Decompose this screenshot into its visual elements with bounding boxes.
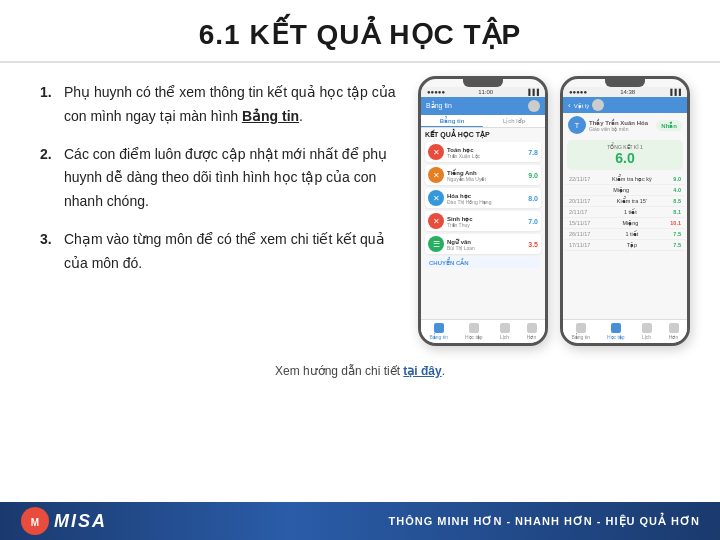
score-row-1[interactable]: ✕ Toán học Trần Xuân Lộc 7.8 — [425, 142, 541, 162]
nav-item-2-hon[interactable]: Hơn — [669, 323, 679, 340]
nav-item-2-hoctap[interactable]: Học tập — [607, 323, 625, 340]
time-display-2: 14:38 — [620, 89, 635, 95]
footer-link-text: tại đây — [403, 364, 441, 378]
nav-item-2-bantin[interactable]: Bảng tin — [571, 323, 590, 340]
type-2: Miệng — [613, 187, 629, 193]
subject-name-5: Ngữ văn — [447, 238, 525, 245]
detail-row-3: 20/11/17 Kiểm tra 15' 8.5 — [565, 196, 685, 207]
subject-name-4: Sinh học — [447, 215, 525, 222]
score-info-1: Toán học Trần Xuân Lộc — [447, 146, 525, 159]
nav-icon-bantin — [434, 323, 444, 333]
teacher-name-5: Bùi Thị Loan — [447, 245, 525, 251]
nav-label-2-4: Hơn — [669, 334, 678, 340]
detail-row-7: 17/11/17 Tập 7.5 — [565, 240, 685, 251]
nav-label-hon: Hơn — [527, 334, 536, 340]
nav-label-2-3: Lịch — [642, 334, 651, 340]
phone-header-2: ‹ Vật lý — [563, 97, 687, 113]
date-5: 15/11/17 — [569, 220, 590, 226]
text-content: Phụ huynh có thể xem thông tin kết quả h… — [40, 81, 398, 346]
score-6: 7.5 — [673, 231, 681, 237]
content-list: Phụ huynh có thể xem thông tin kết quả h… — [40, 81, 398, 276]
detail-row-4: 2/11/17 1 tiết 8.1 — [565, 207, 685, 218]
summary-section: TỔNG KẾT KÌ 1 6.0 — [567, 140, 683, 170]
score-val-4: 7.0 — [528, 218, 538, 225]
teacher-name-2: Nguyễn Mia Uyết — [447, 176, 525, 182]
nav-icon-2-1 — [576, 323, 586, 333]
page-title: 6.1 KẾT QUẢ HỌC TẬP — [0, 18, 720, 51]
svg-text:M: M — [31, 517, 39, 528]
subject-icon-5: ☰ — [428, 236, 444, 252]
date-4: 2/11/17 — [569, 209, 587, 215]
score-row-2[interactable]: ✕ Tiếng Anh Nguyễn Mia Uyết 9.0 — [425, 165, 541, 185]
misa-logo-icon: M — [20, 506, 50, 536]
type-4: 1 tiết — [624, 209, 637, 215]
footer-link[interactable]: tại đây — [403, 364, 441, 378]
score-4: 8.1 — [673, 209, 681, 215]
footer-suffix: . — [442, 364, 445, 378]
type-7: Tập — [627, 242, 637, 248]
nav-item-hoctap[interactable]: Học tập — [465, 323, 483, 340]
date-7: 17/11/17 — [569, 242, 590, 248]
subject-name-2: Tiếng Anh — [447, 169, 525, 176]
teacher-subject-label: Giáo viên bộ môn — [589, 126, 648, 132]
avatar-2 — [592, 99, 604, 111]
list-item-2: Các con điểm luôn được cập nhật mới nhất… — [40, 143, 398, 214]
score-row-3[interactable]: ✕ Hóa học Đào Thị Hồng Hạng 8.0 — [425, 188, 541, 208]
phone-tabs[interactable]: Bảng tin Lịch lớp — [421, 115, 545, 128]
footer-note: Xem hướng dẫn chi tiết tại đây. — [0, 364, 720, 378]
teacher-info-bar: T Thầy Trần Xuân Hóa Giáo viên bộ môn Nh… — [563, 113, 687, 136]
teacher-name-1: Trần Xuân Lộc — [447, 153, 525, 159]
type-3: Kiểm tra 15' — [617, 198, 647, 204]
date-1: 22/11/17 — [569, 176, 590, 182]
phone-status-1: ●●●●● 11:00 ▐▐▐ — [421, 87, 545, 97]
score-val-1: 7.8 — [528, 149, 538, 156]
nav-label-hoctap: Học tập — [465, 334, 483, 340]
phone-notch-2 — [605, 79, 645, 87]
score-val-2: 9.0 — [528, 172, 538, 179]
phone-status-2: ●●●●● 14:38 ▐▐▐ — [563, 87, 687, 97]
tab-bantin[interactable]: Bảng tin — [421, 115, 483, 127]
nav-icon-2-3 — [642, 323, 652, 333]
banner-tagline: THÔNG MINH HƠN - NHANH HƠN - HIỆU QUẢ HƠ… — [389, 515, 700, 528]
teacher-fullname: Thầy Trần Xuân Hóa — [589, 119, 648, 126]
score-val-3: 8.0 — [528, 195, 538, 202]
score-val-5: 3.5 — [528, 241, 538, 248]
signal-bars-2: ●●●●● — [569, 89, 587, 95]
score-row-4[interactable]: ✕ Sinh học Trần Thuy 7.0 — [425, 211, 541, 231]
nav-icon-hoctap — [469, 323, 479, 333]
back-button[interactable]: ‹ — [568, 101, 571, 110]
phone-1: ●●●●● 11:00 ▐▐▐ Bảng tin Bảng tin Lịch l… — [418, 76, 548, 346]
page-header: 6.1 KẾT QUẢ HỌC TẬP — [0, 0, 720, 63]
subject-name-3: Hóa học — [447, 192, 525, 199]
score-info-5: Ngữ văn Bùi Thị Loan — [447, 238, 525, 251]
type-6: 1 tiết — [625, 231, 638, 237]
send-message-btn[interactable]: Nhắn — [656, 120, 682, 131]
battery: ▐▐▐ — [526, 89, 539, 95]
teacher-avatar: T — [568, 116, 586, 134]
tab-lichlop[interactable]: Lịch lớp — [483, 115, 545, 127]
phone-header-1: Bảng tin — [421, 97, 545, 115]
misa-logo-text: MISA — [54, 511, 107, 532]
nav-item-bantin[interactable]: Bảng tin — [429, 323, 448, 340]
bottom-title: CHUYỂN CẦN — [429, 259, 537, 266]
nav-item-hon[interactable]: Hơn — [527, 323, 537, 340]
phone-notch-1 — [463, 79, 503, 87]
nav-label-bantin: Bảng tin — [429, 334, 448, 340]
nav-icon-2-4 — [669, 323, 679, 333]
phone-nav-1[interactable]: Bảng tin Học tập Lịch Hơn — [421, 319, 545, 343]
score-5: 10.1 — [670, 220, 681, 226]
score-1: 9.0 — [673, 176, 681, 182]
phone-nav-2[interactable]: Bảng tin Học tập Lịch Hơn — [563, 319, 687, 343]
subject-icon-4: ✕ — [428, 213, 444, 229]
nav-icon-lich — [500, 323, 510, 333]
score-2: 4.0 — [673, 187, 681, 193]
date-6: 26/11/17 — [569, 231, 590, 237]
subject-name-1: Toán học — [447, 146, 525, 153]
list-item-3: Chạm vào từng môn để có thể xem chi tiết… — [40, 228, 398, 276]
time-display: 11:00 — [478, 89, 493, 95]
bottom-banner: M MISA THÔNG MINH HƠN - NHANH HƠN - HIỆU… — [0, 502, 720, 540]
nav-item-lich[interactable]: Lịch — [500, 323, 510, 340]
main-content: Phụ huynh có thể xem thông tin kết quả h… — [0, 63, 720, 356]
score-row-5[interactable]: ☰ Ngữ văn Bùi Thị Loan 3.5 — [425, 234, 541, 254]
nav-item-2-lich[interactable]: Lịch — [642, 323, 652, 340]
